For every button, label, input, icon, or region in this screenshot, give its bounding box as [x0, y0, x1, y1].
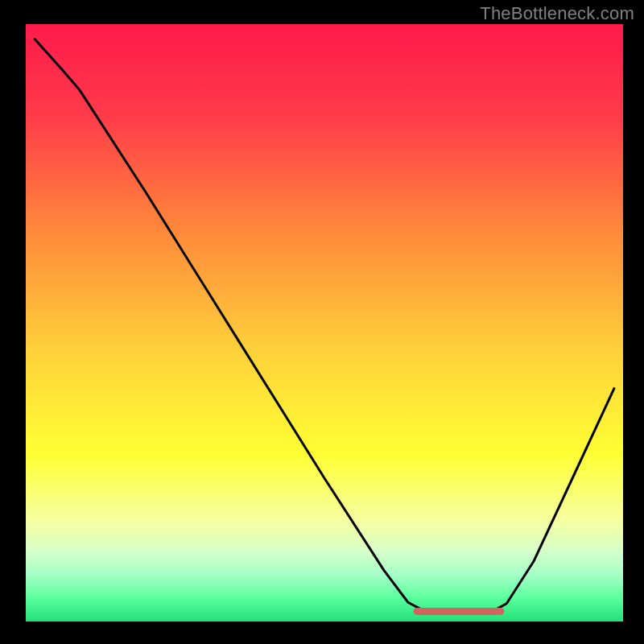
chart-stage: TheBottleneck.com — [0, 0, 644, 644]
plot-area — [26, 24, 623, 621]
bottleneck-curve — [26, 24, 623, 621]
watermark-text: TheBottleneck.com — [480, 3, 634, 24]
